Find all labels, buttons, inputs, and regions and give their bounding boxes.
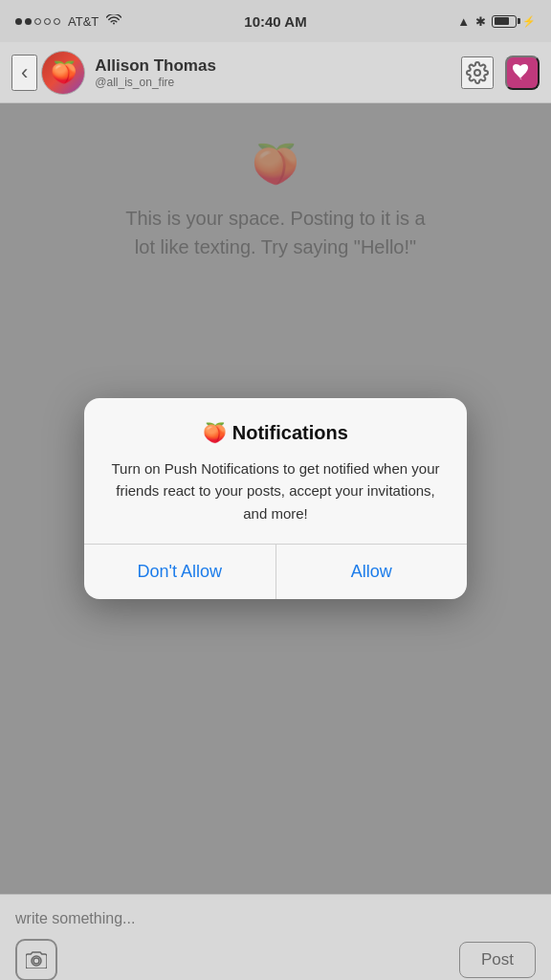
alert-buttons: Don't Allow Allow <box>84 544 467 599</box>
alert-body: 🍑 Notifications Turn on Push Notificatio… <box>84 398 467 544</box>
modal-overlay: 🍑 Notifications Turn on Push Notificatio… <box>0 103 551 894</box>
svg-point-0 <box>474 70 480 76</box>
location-icon: ▲ <box>457 14 470 29</box>
bottom-actions: Post <box>15 939 536 980</box>
main-content: 🍑 This is your space. Posting to it is a… <box>0 103 551 894</box>
write-input[interactable] <box>15 906 536 931</box>
settings-button[interactable] <box>461 56 494 89</box>
signal-dot-3 <box>34 18 41 25</box>
battery-fill <box>495 17 510 25</box>
carrier-label: AT&T <box>68 14 99 29</box>
alert-title-emoji: 🍑 <box>203 422 227 443</box>
alert-dialog: 🍑 Notifications Turn on Push Notificatio… <box>84 398 467 599</box>
allow-button[interactable]: Allow <box>276 545 468 599</box>
signal-dot-1 <box>15 18 22 25</box>
signal-dot-5 <box>54 18 60 25</box>
camera-button[interactable] <box>15 939 57 980</box>
nav-bar: ‹ 🍑 Allison Thomas @all_is_on_fire <box>0 42 551 103</box>
signal-dots <box>15 18 60 25</box>
bottom-bar: Post <box>0 894 551 980</box>
user-handle: @all_is_on_fire <box>95 76 461 89</box>
back-button[interactable]: ‹ <box>11 55 37 91</box>
alert-title: 🍑 Notifications <box>107 421 444 444</box>
alert-message: Turn on Push Notifications to get notifi… <box>107 457 444 524</box>
status-bar-right: ▲ ✱ ⚡ <box>457 14 536 29</box>
alert-title-text: Notifications <box>232 422 348 443</box>
nav-actions <box>461 56 540 90</box>
wifi-icon <box>106 13 121 29</box>
user-name: Allison Thomas <box>95 56 461 76</box>
charging-icon: ⚡ <box>522 15 536 28</box>
user-info: Allison Thomas @all_is_on_fire <box>95 56 461 89</box>
input-row <box>15 906 536 931</box>
notifications-button[interactable] <box>505 56 540 90</box>
status-time: 10:40 AM <box>244 13 306 30</box>
battery-indicator <box>492 15 517 28</box>
signal-dot-2 <box>25 18 32 25</box>
svg-point-1 <box>33 958 39 964</box>
status-bar-left: AT&T <box>15 13 121 29</box>
status-bar: AT&T 10:40 AM ▲ ✱ ⚡ <box>0 0 551 42</box>
dont-allow-button[interactable]: Don't Allow <box>84 545 276 599</box>
post-button[interactable]: Post <box>459 942 536 978</box>
bluetooth-icon: ✱ <box>475 14 486 29</box>
avatar: 🍑 <box>41 51 85 95</box>
signal-dot-4 <box>44 18 51 25</box>
